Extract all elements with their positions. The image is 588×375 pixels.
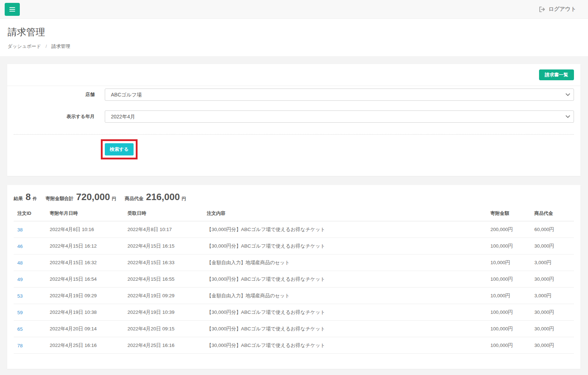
orders-table-body: 382022年4月8日 10:162022年4月8日 10:17【30,000円… <box>14 221 574 354</box>
result-count-label: 結果 <box>14 195 23 202</box>
received-datetime-cell: 2022年4月15日 16:33 <box>124 254 203 271</box>
store-label: 店舗 <box>14 91 95 98</box>
order-id-cell: 65 <box>14 321 46 337</box>
table-row: 492022年4月15日 16:542022年4月15日 16:55【30,00… <box>14 271 574 288</box>
donation-amount-cell: 100,000円 <box>487 321 531 337</box>
order-content-cell: 【30,000円分】ABCゴルフ場で使えるお得なチケット <box>203 238 487 254</box>
order-id-link[interactable]: 38 <box>17 227 23 232</box>
table-row: 652022年4月20日 09:142022年4月20日 09:15【30,00… <box>14 321 574 337</box>
received-datetime-cell: 2022年4月15日 16:55 <box>124 271 203 288</box>
donation-datetime-cell: 2022年4月19日 09:29 <box>46 288 124 304</box>
order-id-link[interactable]: 59 <box>17 310 23 315</box>
search-row: 検索する <box>14 139 574 159</box>
order-id-link[interactable]: 78 <box>17 343 23 348</box>
donation-total-value: 720,000 <box>76 191 110 203</box>
main-content: 請求書一覧 店舗 ABCゴルフ場 表示する年月 2022年4月 <box>0 56 588 369</box>
hamburger-icon <box>9 6 15 13</box>
order-id-cell: 49 <box>14 271 46 288</box>
product-price-cell: 30,000円 <box>531 271 574 288</box>
table-row: 482022年4月15日 16:322022年4月15日 16:33【金額自由入… <box>14 254 574 271</box>
search-button[interactable]: 検索する <box>105 143 134 155</box>
result-count-group: 結果 8 件 <box>14 191 37 203</box>
results-summary: 結果 8 件 寄附金額合計 720,000 円 商品代金 216,000 円 <box>14 191 574 203</box>
donation-total-label: 寄附金額合計 <box>45 195 73 202</box>
sign-out-icon <box>539 6 545 12</box>
order-id-cell: 48 <box>14 254 46 271</box>
order-id-link[interactable]: 49 <box>17 277 23 282</box>
product-price-cell: 3,000円 <box>531 254 574 271</box>
store-select-wrap: ABCゴルフ場 <box>105 89 574 101</box>
month-form-row: 表示する年月 2022年4月 <box>14 110 574 123</box>
donation-amount-cell: 100,000円 <box>487 238 531 254</box>
product-price-cell: 3,000円 <box>531 288 574 304</box>
received-datetime-cell: 2022年4月19日 09:29 <box>124 288 203 304</box>
donation-datetime-cell: 2022年4月15日 16:54 <box>46 271 124 288</box>
order-content-cell: 【30,000円分】ABCゴルフ場で使えるお得なチケット <box>203 304 487 321</box>
order-id-cell: 53 <box>14 288 46 304</box>
product-total-unit: 円 <box>181 196 186 202</box>
donation-amount-cell: 10,000円 <box>487 288 531 304</box>
donation-total-unit: 円 <box>112 196 116 202</box>
product-price-cell: 30,000円 <box>531 238 574 254</box>
breadcrumb-dashboard[interactable]: ダッシュボード <box>8 44 41 49</box>
product-price-cell: 60,000円 <box>531 221 574 238</box>
orders-table-head: 注文ID 寄附年月日時 受取日時 注文内容 寄附金額 商品代金 <box>14 205 574 221</box>
order-content-cell: 【30,000円分】ABCゴルフ場で使えるお得なチケット <box>203 271 487 288</box>
received-datetime-cell: 2022年4月25日 16:16 <box>124 337 203 354</box>
breadcrumb: ダッシュボード / 請求管理 <box>8 43 580 50</box>
order-content-cell: 【金額自由入力】地場産商品のセット <box>203 288 487 304</box>
product-total-group: 商品代金 216,000 円 <box>125 191 186 203</box>
topbar: ログアウト <box>0 0 588 19</box>
filter-card-header: 請求書一覧 <box>7 64 580 86</box>
product-total-value: 216,000 <box>146 191 180 203</box>
menu-toggle-button[interactable] <box>5 3 20 16</box>
order-id-link[interactable]: 53 <box>17 293 23 299</box>
month-label: 表示する年月 <box>14 113 95 120</box>
donation-datetime-cell: 2022年4月8日 10:16 <box>46 221 124 238</box>
col-received-datetime: 受取日時 <box>124 205 203 221</box>
donation-amount-cell: 100,000円 <box>487 304 531 321</box>
donation-amount-cell: 100,000円 <box>487 271 531 288</box>
donation-datetime-cell: 2022年4月20日 09:14 <box>46 321 124 337</box>
col-product-price: 商品代金 <box>531 205 574 221</box>
order-content-cell: 【30,000円分】ABCゴルフ場で使えるお得なチケット <box>203 337 487 354</box>
month-select-wrap: 2022年4月 <box>105 110 574 123</box>
col-donation-amount: 寄附金額 <box>487 205 531 221</box>
store-select[interactable]: ABCゴルフ場 <box>105 89 574 101</box>
month-select[interactable]: 2022年4月 <box>105 110 574 123</box>
logout-label: ログアウト <box>548 6 576 13</box>
logout-link[interactable]: ログアウト <box>539 6 576 13</box>
table-row: 532022年4月19日 09:292022年4月19日 09:29【金額自由入… <box>14 288 574 304</box>
store-form-row: 店舗 ABCゴルフ場 <box>14 89 574 101</box>
col-order-id: 注文ID <box>14 205 46 221</box>
donation-datetime-cell: 2022年4月25日 16:16 <box>46 337 124 354</box>
order-content-cell: 【30,000円分】ABCゴルフ場で使えるお得なチケット <box>203 221 487 238</box>
order-id-cell: 46 <box>14 238 46 254</box>
order-id-link[interactable]: 65 <box>17 326 23 332</box>
product-price-cell: 30,000円 <box>531 337 574 354</box>
table-row: 382022年4月8日 10:162022年4月8日 10:17【30,000円… <box>14 221 574 238</box>
donation-total-group: 寄附金額合計 720,000 円 <box>45 191 116 203</box>
order-id-link[interactable]: 46 <box>17 244 23 249</box>
product-price-cell: 30,000円 <box>531 321 574 337</box>
order-content-cell: 【金額自由入力】地場産商品のセット <box>203 254 487 271</box>
donation-amount-cell: 10,000円 <box>487 254 531 271</box>
received-datetime-cell: 2022年4月8日 10:17 <box>124 221 203 238</box>
breadcrumb-separator: / <box>45 44 47 49</box>
order-id-link[interactable]: 48 <box>17 260 23 266</box>
page-title: 請求管理 <box>8 26 580 39</box>
filter-card-body: 店舗 ABCゴルフ場 表示する年月 2022年4月 <box>7 86 580 176</box>
order-id-cell: 38 <box>14 221 46 238</box>
invoice-list-button[interactable]: 請求書一覧 <box>539 69 574 80</box>
table-row: 592022年4月19日 10:382022年4月19日 10:39【30,00… <box>14 304 574 321</box>
form-divider <box>14 134 574 135</box>
orders-table: 注文ID 寄附年月日時 受取日時 注文内容 寄附金額 商品代金 382022年4… <box>14 205 574 354</box>
product-total-label: 商品代金 <box>125 195 143 202</box>
click-target-annotation: 検索する <box>101 139 138 159</box>
order-id-cell: 59 <box>14 304 46 321</box>
donation-datetime-cell: 2022年4月15日 16:12 <box>46 238 124 254</box>
donation-datetime-cell: 2022年4月15日 16:32 <box>46 254 124 271</box>
page-header: 請求管理 ダッシュボード / 請求管理 <box>0 19 588 56</box>
table-row: 462022年4月15日 16:122022年4月15日 16:15【30,00… <box>14 238 574 254</box>
col-order-content: 注文内容 <box>203 205 487 221</box>
